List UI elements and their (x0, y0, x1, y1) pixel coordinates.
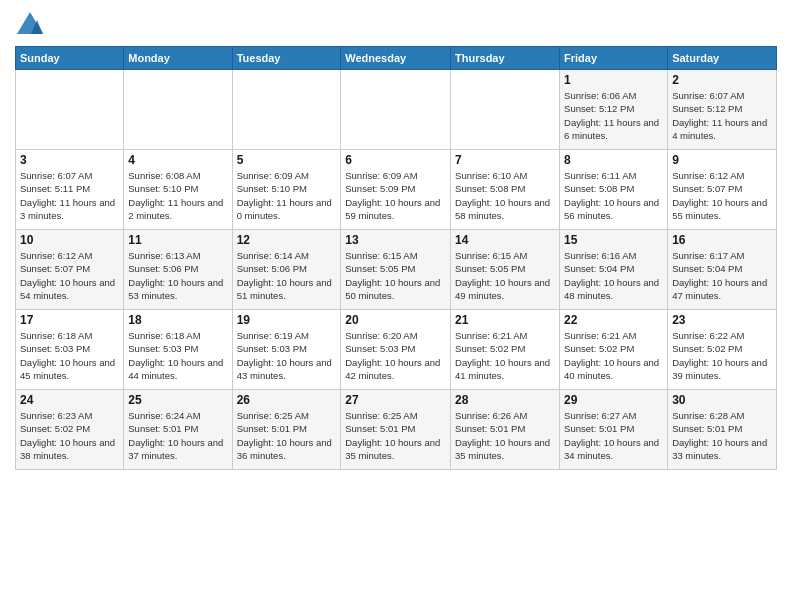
day-info: Sunrise: 6:06 AM Sunset: 5:12 PM Dayligh… (564, 89, 663, 142)
day-number: 20 (345, 313, 446, 327)
calendar-cell (341, 70, 451, 150)
day-number: 7 (455, 153, 555, 167)
day-number: 29 (564, 393, 663, 407)
day-info: Sunrise: 6:28 AM Sunset: 5:01 PM Dayligh… (672, 409, 772, 462)
day-number: 11 (128, 233, 227, 247)
day-number: 27 (345, 393, 446, 407)
day-number: 26 (237, 393, 337, 407)
calendar-week: 10Sunrise: 6:12 AM Sunset: 5:07 PM Dayli… (16, 230, 777, 310)
day-of-week-header: Wednesday (341, 47, 451, 70)
day-info: Sunrise: 6:25 AM Sunset: 5:01 PM Dayligh… (345, 409, 446, 462)
day-info: Sunrise: 6:26 AM Sunset: 5:01 PM Dayligh… (455, 409, 555, 462)
day-number: 23 (672, 313, 772, 327)
calendar-cell: 13Sunrise: 6:15 AM Sunset: 5:05 PM Dayli… (341, 230, 451, 310)
calendar-cell: 27Sunrise: 6:25 AM Sunset: 5:01 PM Dayli… (341, 390, 451, 470)
day-number: 13 (345, 233, 446, 247)
day-info: Sunrise: 6:24 AM Sunset: 5:01 PM Dayligh… (128, 409, 227, 462)
day-number: 19 (237, 313, 337, 327)
calendar-cell: 29Sunrise: 6:27 AM Sunset: 5:01 PM Dayli… (560, 390, 668, 470)
day-number: 2 (672, 73, 772, 87)
day-of-week-header: Sunday (16, 47, 124, 70)
calendar-cell: 12Sunrise: 6:14 AM Sunset: 5:06 PM Dayli… (232, 230, 341, 310)
calendar-cell: 15Sunrise: 6:16 AM Sunset: 5:04 PM Dayli… (560, 230, 668, 310)
day-number: 8 (564, 153, 663, 167)
day-number: 18 (128, 313, 227, 327)
day-info: Sunrise: 6:07 AM Sunset: 5:11 PM Dayligh… (20, 169, 119, 222)
day-info: Sunrise: 6:19 AM Sunset: 5:03 PM Dayligh… (237, 329, 337, 382)
day-info: Sunrise: 6:15 AM Sunset: 5:05 PM Dayligh… (455, 249, 555, 302)
day-number: 15 (564, 233, 663, 247)
header (15, 10, 777, 38)
day-of-week-header: Friday (560, 47, 668, 70)
day-info: Sunrise: 6:11 AM Sunset: 5:08 PM Dayligh… (564, 169, 663, 222)
day-info: Sunrise: 6:08 AM Sunset: 5:10 PM Dayligh… (128, 169, 227, 222)
day-info: Sunrise: 6:09 AM Sunset: 5:10 PM Dayligh… (237, 169, 337, 222)
day-info: Sunrise: 6:07 AM Sunset: 5:12 PM Dayligh… (672, 89, 772, 142)
day-number: 24 (20, 393, 119, 407)
calendar-cell (232, 70, 341, 150)
day-number: 4 (128, 153, 227, 167)
days-of-week-row: SundayMondayTuesdayWednesdayThursdayFrid… (16, 47, 777, 70)
calendar-cell: 9Sunrise: 6:12 AM Sunset: 5:07 PM Daylig… (668, 150, 777, 230)
day-info: Sunrise: 6:12 AM Sunset: 5:07 PM Dayligh… (672, 169, 772, 222)
logo-area (15, 10, 47, 38)
calendar-week: 1Sunrise: 6:06 AM Sunset: 5:12 PM Daylig… (16, 70, 777, 150)
day-of-week-header: Thursday (451, 47, 560, 70)
day-info: Sunrise: 6:09 AM Sunset: 5:09 PM Dayligh… (345, 169, 446, 222)
day-of-week-header: Saturday (668, 47, 777, 70)
logo-icon (15, 10, 45, 38)
day-number: 25 (128, 393, 227, 407)
calendar-cell: 14Sunrise: 6:15 AM Sunset: 5:05 PM Dayli… (451, 230, 560, 310)
calendar-cell: 4Sunrise: 6:08 AM Sunset: 5:10 PM Daylig… (124, 150, 232, 230)
day-number: 16 (672, 233, 772, 247)
day-number: 21 (455, 313, 555, 327)
calendar-cell: 10Sunrise: 6:12 AM Sunset: 5:07 PM Dayli… (16, 230, 124, 310)
calendar-cell: 30Sunrise: 6:28 AM Sunset: 5:01 PM Dayli… (668, 390, 777, 470)
calendar-cell (451, 70, 560, 150)
day-info: Sunrise: 6:21 AM Sunset: 5:02 PM Dayligh… (564, 329, 663, 382)
day-info: Sunrise: 6:15 AM Sunset: 5:05 PM Dayligh… (345, 249, 446, 302)
day-info: Sunrise: 6:16 AM Sunset: 5:04 PM Dayligh… (564, 249, 663, 302)
calendar-cell: 5Sunrise: 6:09 AM Sunset: 5:10 PM Daylig… (232, 150, 341, 230)
calendar-cell: 8Sunrise: 6:11 AM Sunset: 5:08 PM Daylig… (560, 150, 668, 230)
day-info: Sunrise: 6:17 AM Sunset: 5:04 PM Dayligh… (672, 249, 772, 302)
day-number: 6 (345, 153, 446, 167)
calendar-table: SundayMondayTuesdayWednesdayThursdayFrid… (15, 46, 777, 470)
day-number: 3 (20, 153, 119, 167)
calendar-cell (124, 70, 232, 150)
calendar-cell: 17Sunrise: 6:18 AM Sunset: 5:03 PM Dayli… (16, 310, 124, 390)
day-info: Sunrise: 6:14 AM Sunset: 5:06 PM Dayligh… (237, 249, 337, 302)
day-number: 22 (564, 313, 663, 327)
calendar-cell: 24Sunrise: 6:23 AM Sunset: 5:02 PM Dayli… (16, 390, 124, 470)
calendar-body: 1Sunrise: 6:06 AM Sunset: 5:12 PM Daylig… (16, 70, 777, 470)
calendar-cell: 11Sunrise: 6:13 AM Sunset: 5:06 PM Dayli… (124, 230, 232, 310)
calendar-cell: 6Sunrise: 6:09 AM Sunset: 5:09 PM Daylig… (341, 150, 451, 230)
calendar-cell: 20Sunrise: 6:20 AM Sunset: 5:03 PM Dayli… (341, 310, 451, 390)
day-number: 1 (564, 73, 663, 87)
day-number: 5 (237, 153, 337, 167)
calendar-cell (16, 70, 124, 150)
day-info: Sunrise: 6:10 AM Sunset: 5:08 PM Dayligh… (455, 169, 555, 222)
day-number: 10 (20, 233, 119, 247)
day-number: 12 (237, 233, 337, 247)
calendar-cell: 25Sunrise: 6:24 AM Sunset: 5:01 PM Dayli… (124, 390, 232, 470)
day-info: Sunrise: 6:25 AM Sunset: 5:01 PM Dayligh… (237, 409, 337, 462)
day-number: 9 (672, 153, 772, 167)
calendar-cell: 1Sunrise: 6:06 AM Sunset: 5:12 PM Daylig… (560, 70, 668, 150)
calendar-week: 24Sunrise: 6:23 AM Sunset: 5:02 PM Dayli… (16, 390, 777, 470)
day-info: Sunrise: 6:23 AM Sunset: 5:02 PM Dayligh… (20, 409, 119, 462)
calendar-week: 17Sunrise: 6:18 AM Sunset: 5:03 PM Dayli… (16, 310, 777, 390)
day-number: 14 (455, 233, 555, 247)
day-info: Sunrise: 6:18 AM Sunset: 5:03 PM Dayligh… (128, 329, 227, 382)
day-info: Sunrise: 6:13 AM Sunset: 5:06 PM Dayligh… (128, 249, 227, 302)
day-info: Sunrise: 6:21 AM Sunset: 5:02 PM Dayligh… (455, 329, 555, 382)
calendar-cell: 16Sunrise: 6:17 AM Sunset: 5:04 PM Dayli… (668, 230, 777, 310)
calendar-week: 3Sunrise: 6:07 AM Sunset: 5:11 PM Daylig… (16, 150, 777, 230)
calendar-cell: 19Sunrise: 6:19 AM Sunset: 5:03 PM Dayli… (232, 310, 341, 390)
day-info: Sunrise: 6:27 AM Sunset: 5:01 PM Dayligh… (564, 409, 663, 462)
day-info: Sunrise: 6:22 AM Sunset: 5:02 PM Dayligh… (672, 329, 772, 382)
day-info: Sunrise: 6:12 AM Sunset: 5:07 PM Dayligh… (20, 249, 119, 302)
calendar-cell: 26Sunrise: 6:25 AM Sunset: 5:01 PM Dayli… (232, 390, 341, 470)
day-info: Sunrise: 6:18 AM Sunset: 5:03 PM Dayligh… (20, 329, 119, 382)
calendar-cell: 22Sunrise: 6:21 AM Sunset: 5:02 PM Dayli… (560, 310, 668, 390)
